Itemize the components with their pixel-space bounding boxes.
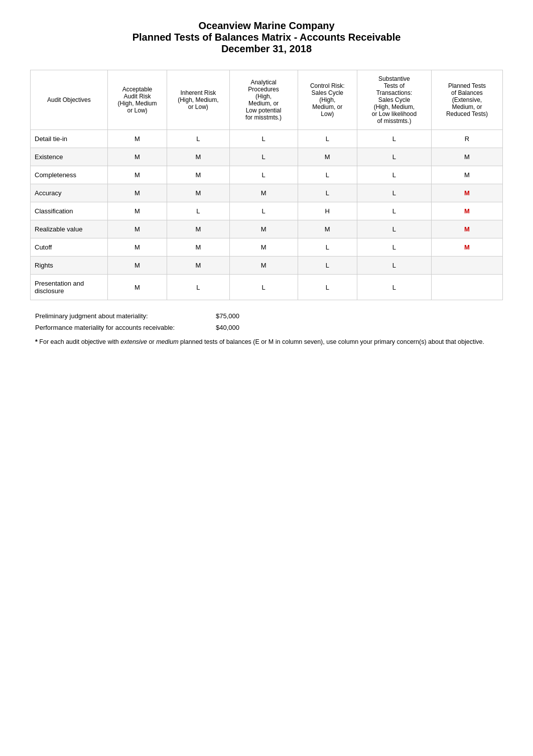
- cell-inherent: L: [167, 202, 229, 220]
- cell-inherent: M: [167, 238, 229, 257]
- cell-planned: M: [431, 148, 502, 166]
- table-row: AccuracyMMMLLM: [31, 184, 503, 202]
- cell-substantive: L: [357, 148, 431, 166]
- cell-analytical: L: [229, 202, 298, 220]
- cell-control_risk: L: [298, 275, 357, 300]
- cell-substantive: L: [357, 184, 431, 202]
- col-header-planned: Planned Testsof Balances(Extensive,Mediu…: [431, 70, 502, 130]
- cell-analytical: M: [229, 220, 298, 238]
- table-row: RightsMMMLL: [31, 257, 503, 275]
- cell-analytical: L: [229, 275, 298, 300]
- table-row: Detail tie-inMLLLLR: [31, 130, 503, 148]
- materiality-row: Preliminary judgment about materiality: …: [35, 312, 503, 320]
- cell-substantive: L: [357, 275, 431, 300]
- cell-substantive: L: [357, 257, 431, 275]
- col-header-substantive: SubstantiveTests ofTransactions:Sales Cy…: [357, 70, 431, 130]
- col-header-control: Control Risk:Sales Cycle(High,Medium, or…: [298, 70, 357, 130]
- cell-planned: [431, 275, 502, 300]
- cell-inherent: M: [167, 257, 229, 275]
- title-line1: Oceanview Marine Company: [30, 20, 503, 32]
- cell-control_risk: L: [298, 238, 357, 257]
- row-label: Realizable value: [31, 220, 108, 238]
- cell-inherent: L: [167, 275, 229, 300]
- row-label: Rights: [31, 257, 108, 275]
- cell-analytical: L: [229, 130, 298, 148]
- performance-row: Performance materiality for accounts rec…: [35, 324, 503, 331]
- cell-inherent: M: [167, 166, 229, 184]
- cell-acceptable: M: [107, 166, 167, 184]
- row-label: Classification: [31, 202, 108, 220]
- table-row: ClassificationMLLHLM: [31, 202, 503, 220]
- cell-control_risk: M: [298, 148, 357, 166]
- cell-analytical: L: [229, 148, 298, 166]
- cell-substantive: L: [357, 220, 431, 238]
- cell-substantive: L: [357, 238, 431, 257]
- materiality-value: $75,000: [216, 312, 239, 320]
- row-label: Presentation anddisclosure: [31, 275, 108, 300]
- title-line2: Planned Tests of Balances Matrix - Accou…: [30, 32, 503, 43]
- cell-acceptable: M: [107, 202, 167, 220]
- table-row: Presentation anddisclosureMLLLL: [31, 275, 503, 300]
- performance-label: Performance materiality for accounts rec…: [35, 324, 216, 331]
- cell-planned: M: [431, 202, 502, 220]
- materiality-label: Preliminary judgment about materiality:: [35, 312, 216, 320]
- cell-acceptable: M: [107, 238, 167, 257]
- cell-planned: R: [431, 130, 502, 148]
- cell-substantive: L: [357, 202, 431, 220]
- cell-acceptable: M: [107, 220, 167, 238]
- matrix-table: Audit Objectives AcceptableAudit Risk(Hi…: [30, 70, 503, 300]
- cell-acceptable: M: [107, 184, 167, 202]
- cell-inherent: L: [167, 130, 229, 148]
- cell-analytical: M: [229, 238, 298, 257]
- cell-inherent: M: [167, 148, 229, 166]
- cell-inherent: M: [167, 184, 229, 202]
- cell-acceptable: M: [107, 148, 167, 166]
- cell-planned: M: [431, 238, 502, 257]
- footnote: * For each audit objective with extensiv…: [35, 337, 503, 347]
- cell-substantive: L: [357, 130, 431, 148]
- cell-control_risk: H: [298, 202, 357, 220]
- cell-planned: M: [431, 166, 502, 184]
- header-row: Audit Objectives AcceptableAudit Risk(Hi…: [31, 70, 503, 130]
- cell-control_risk: L: [298, 130, 357, 148]
- footer-info: Preliminary judgment about materiality: …: [30, 312, 503, 347]
- page-header: Oceanview Marine Company Planned Tests o…: [30, 20, 503, 55]
- cell-analytical: M: [229, 184, 298, 202]
- cell-control_risk: L: [298, 166, 357, 184]
- col-header-audit-obj: Audit Objectives: [31, 70, 108, 130]
- cell-acceptable: M: [107, 257, 167, 275]
- col-header-acceptable: AcceptableAudit Risk(High, Mediumor Low): [107, 70, 167, 130]
- col-header-inherent: Inherent Risk(High, Medium,or Low): [167, 70, 229, 130]
- performance-value: $40,000: [216, 324, 239, 331]
- cell-planned: M: [431, 220, 502, 238]
- row-label: Detail tie-in: [31, 130, 108, 148]
- title-line3: December 31, 2018: [30, 43, 503, 55]
- cell-acceptable: M: [107, 130, 167, 148]
- cell-control_risk: M: [298, 220, 357, 238]
- cell-substantive: L: [357, 166, 431, 184]
- cell-analytical: M: [229, 257, 298, 275]
- row-label: Accuracy: [31, 184, 108, 202]
- row-label: Cutoff: [31, 238, 108, 257]
- cell-planned: [431, 257, 502, 275]
- table-row: ExistenceMMLMLM: [31, 148, 503, 166]
- row-label: Existence: [31, 148, 108, 166]
- cell-control_risk: L: [298, 184, 357, 202]
- table-row: CutoffMMMLLM: [31, 238, 503, 257]
- cell-planned: M: [431, 184, 502, 202]
- row-label: Completeness: [31, 166, 108, 184]
- col-header-analytical: AnalyticalProcedures(High,Medium, orLow …: [229, 70, 298, 130]
- cell-control_risk: L: [298, 257, 357, 275]
- table-row: CompletenessMMLLLM: [31, 166, 503, 184]
- cell-analytical: L: [229, 166, 298, 184]
- table-row: Realizable valueMMMMLM: [31, 220, 503, 238]
- cell-acceptable: M: [107, 275, 167, 300]
- cell-inherent: M: [167, 220, 229, 238]
